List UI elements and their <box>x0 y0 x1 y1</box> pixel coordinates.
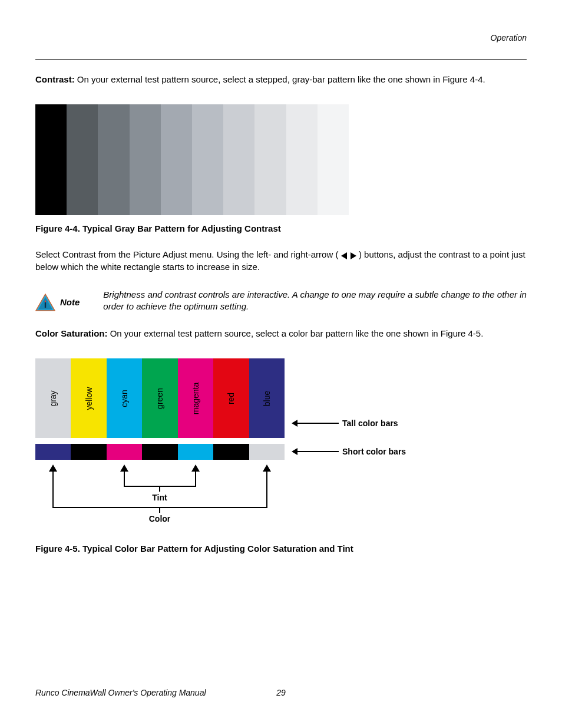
contrast-text: On your external test pattern source, se… <box>75 74 485 84</box>
tall-bar-cyan: cyan <box>107 358 142 438</box>
arrow-up-icon <box>263 465 271 472</box>
gray-bar <box>98 104 129 215</box>
arrow-left-icon <box>292 448 297 455</box>
gray-bar <box>349 104 380 215</box>
warning-icon <box>35 294 55 311</box>
contrast-label: Contrast: <box>35 74 75 84</box>
tall-bar-yellow: yellow <box>71 358 106 438</box>
figure-4-4-caption: Figure 4-4. Typical Gray Bar Pattern for… <box>35 223 527 233</box>
color-label: Color <box>149 514 171 523</box>
tall-bar-gray: gray <box>35 358 71 438</box>
tall-bars-label: Tall color bars <box>342 419 398 428</box>
bar-label: gray <box>48 390 58 406</box>
annot-line <box>297 451 339 452</box>
footer-title: Runco CinemaWall Owner's Operating Manua… <box>35 688 206 697</box>
bar-label: magenta <box>191 383 200 414</box>
arrow-left-icon <box>292 420 297 427</box>
short-bar <box>142 444 177 460</box>
bar-label: green <box>155 388 164 409</box>
short-color-bars <box>35 444 285 460</box>
contrast-paragraph: Contrast: On your external test pattern … <box>35 74 527 85</box>
short-bar <box>35 444 71 460</box>
gray-bar <box>254 104 286 215</box>
gray-bar <box>161 104 192 215</box>
short-bar <box>178 444 213 460</box>
gray-bar <box>67 104 98 215</box>
color-bracket: Color <box>35 465 285 523</box>
bracket-line <box>52 472 54 507</box>
para2-a: Select Contrast from the Picture Adjust … <box>35 249 338 259</box>
color-sat-text: On your external test pattern source, se… <box>108 328 484 338</box>
bracket-tick <box>159 507 160 513</box>
svg-rect-3 <box>45 302 46 308</box>
bar-label: red <box>226 393 236 404</box>
bar-label: yellow <box>84 387 94 410</box>
tall-bar-magenta: magenta <box>178 358 213 438</box>
page-footer: Runco CinemaWall Owner's Operating Manua… <box>35 688 527 697</box>
color-saturation-paragraph: Color Saturation: On your external test … <box>35 328 527 340</box>
gray-bar <box>192 104 223 215</box>
note-block: Note Brightness and contrast controls ar… <box>35 289 527 313</box>
header-rule <box>35 59 527 60</box>
contrast-instruction: Select Contrast from the Picture Adjust … <box>35 249 527 273</box>
gray-bar <box>35 104 67 215</box>
short-bar <box>213 444 249 460</box>
tall-bar-blue: blue <box>249 358 285 438</box>
arrow-up-icon <box>49 465 57 472</box>
gray-bar <box>130 104 161 215</box>
header-section: Operation <box>491 33 527 42</box>
note-label: Note <box>60 297 80 307</box>
short-bar <box>249 444 285 460</box>
short-bars-label: Short color bars <box>342 447 406 456</box>
short-bar <box>107 444 142 460</box>
svg-point-2 <box>45 300 46 301</box>
tall-bars-annotation: Tall color bars <box>292 419 398 428</box>
tall-bar-red: red <box>213 358 249 438</box>
gray-bar <box>318 104 349 215</box>
gray-bar-pattern <box>35 104 380 215</box>
color-sat-label: Color Saturation: <box>35 328 108 338</box>
short-bar <box>71 444 106 460</box>
right-arrow-icon <box>351 249 356 261</box>
annot-line <box>297 423 339 424</box>
short-bars-annotation: Short color bars <box>292 447 406 456</box>
tall-color-bars: gray yellow cyan green magenta red blue <box>35 358 285 438</box>
figure-4-5-caption: Figure 4-5. Typical Color Bar Pattern fo… <box>35 543 527 554</box>
color-bar-figure: gray yellow cyan green magenta red blue … <box>35 358 418 535</box>
bracket-line <box>266 472 267 507</box>
note-text: Brightness and contrast controls are int… <box>103 289 527 313</box>
tall-bar-green: green <box>142 358 177 438</box>
bar-label: blue <box>262 391 272 406</box>
gray-bar <box>223 104 254 215</box>
left-arrow-icon <box>341 249 348 261</box>
gray-bar <box>286 104 318 215</box>
bar-label: cyan <box>120 390 129 407</box>
page-number: 29 <box>276 688 286 697</box>
